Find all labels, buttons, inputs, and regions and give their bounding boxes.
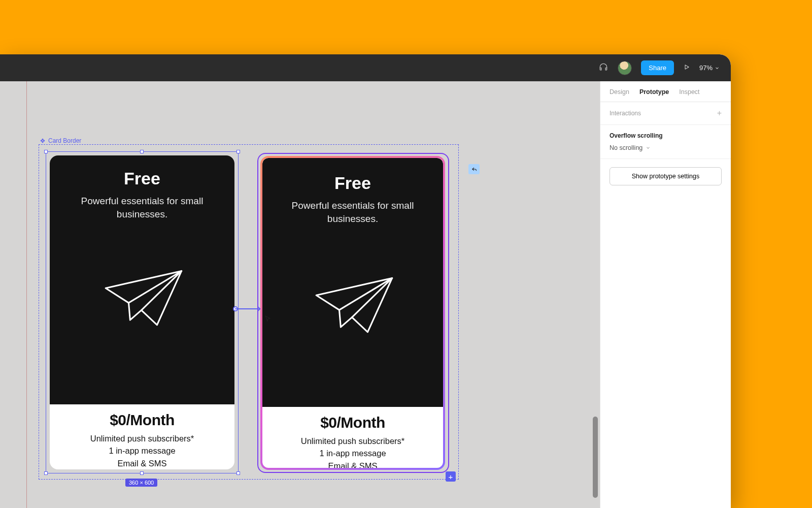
overflow-value-label: No scrolling — [610, 144, 642, 151]
card-feature: 1 in-app message — [59, 445, 225, 456]
component-icon — [40, 138, 46, 144]
card-pricing: $0/Month Unlimited push subscribers* 1 i… — [50, 404, 234, 469]
figma-window: Share 97% Design Prototype Inspect Inter… — [0, 54, 731, 508]
card-title: Free — [276, 173, 430, 193]
prototype-connector-line[interactable] — [235, 308, 257, 309]
prototype-connector-arrow[interactable] — [255, 305, 262, 314]
add-variant-button[interactable]: + — [446, 471, 456, 482]
card-price: $0/Month — [272, 414, 434, 431]
prototype-back-badge[interactable] — [468, 164, 480, 174]
dimensions-badge: 360 × 600 — [125, 479, 157, 487]
card-feature: Email & SMS — [59, 458, 225, 469]
card-feature: Email & SMS — [272, 460, 434, 470]
top-toolbar: Share 97% — [0, 54, 731, 81]
avatar[interactable] — [618, 61, 632, 75]
card-price: $0/Month — [59, 411, 225, 429]
card-hero: Free Powerful essentials for small busin… — [50, 155, 234, 404]
interactions-label: Interactions — [610, 110, 641, 117]
reply-arrow-icon — [471, 166, 478, 173]
zoom-control[interactable]: 97% — [699, 64, 720, 72]
resize-handle[interactable] — [140, 150, 144, 153]
cursor-icon — [264, 315, 272, 325]
component-label[interactable]: Card Border — [40, 137, 81, 144]
canvas-scrollbar[interactable] — [593, 417, 598, 498]
paper-plane-icon — [276, 271, 430, 339]
guide-line[interactable] — [26, 81, 27, 508]
share-button[interactable]: Share — [641, 60, 674, 75]
add-interaction-icon[interactable]: + — [717, 109, 722, 117]
interactions-section: Interactions + — [600, 102, 731, 125]
zoom-label: 97% — [699, 64, 713, 72]
chevron-down-icon — [715, 66, 720, 71]
tab-prototype[interactable]: Prototype — [639, 88, 669, 96]
tab-inspect[interactable]: Inspect — [679, 88, 699, 96]
overflow-dropdown[interactable]: No scrolling — [610, 144, 722, 151]
pricing-card-free-2[interactable]: Free Powerful essentials for small busin… — [260, 156, 445, 470]
canvas[interactable]: Card Border Free Powerful essentials for… — [0, 81, 600, 508]
card-pricing: $0/Month Unlimited push subscribers* 1 i… — [262, 407, 443, 470]
resize-handle[interactable] — [236, 471, 240, 475]
headphones-icon[interactable] — [598, 62, 608, 74]
pricing-card-free-1[interactable]: Free Powerful essentials for small busin… — [50, 155, 234, 469]
component-label-text: Card Border — [48, 137, 81, 144]
resize-handle[interactable] — [44, 150, 48, 153]
resize-handle[interactable] — [236, 150, 240, 153]
card-title: Free — [63, 169, 221, 188]
tab-design[interactable]: Design — [610, 88, 629, 96]
resize-handle[interactable] — [44, 471, 48, 475]
resize-handle[interactable] — [140, 471, 144, 475]
card-hero: Free Powerful essentials for small busin… — [262, 158, 443, 407]
inspector-panel: Design Prototype Inspect Interactions + … — [600, 81, 731, 508]
overflow-section: Overflow scrolling No scrolling — [600, 125, 731, 159]
card-subtitle: Powerful essentials for small businesses… — [63, 195, 221, 220]
card-feature: Unlimited push subscribers* — [272, 435, 434, 447]
overflow-heading: Overflow scrolling — [610, 132, 722, 139]
panel-tabs: Design Prototype Inspect — [600, 81, 731, 102]
card-feature: Unlimited push subscribers* — [59, 433, 225, 444]
chevron-down-icon — [646, 145, 651, 150]
show-prototype-settings-button[interactable]: Show prototype settings — [610, 167, 722, 185]
card-feature: 1 in-app message — [272, 448, 434, 459]
present-icon[interactable] — [683, 64, 690, 73]
card-subtitle: Powerful essentials for small businesses… — [276, 199, 430, 225]
paper-plane-icon — [63, 264, 221, 332]
